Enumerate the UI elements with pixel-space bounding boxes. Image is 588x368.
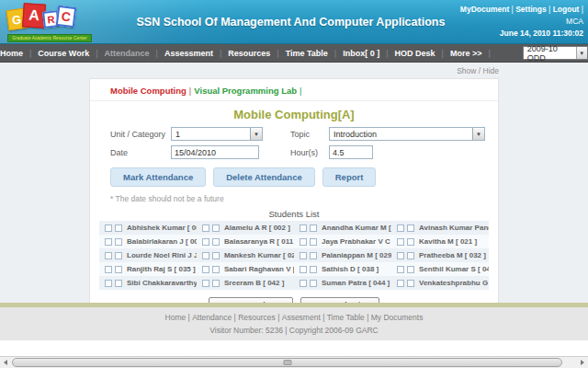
student-checkbox-2[interactable] (212, 266, 220, 273)
student-checkbox-1[interactable] (202, 224, 209, 232)
footer-link-attendance[interactable]: Attendance (192, 313, 238, 322)
student-checkbox-1[interactable] (397, 266, 404, 273)
student-name: Jaya Prabhakar V C [ 017 ] (322, 237, 391, 246)
subject-tabs: Mobile Computing|Visual Programming Lab| (90, 79, 498, 101)
right-arrow-icon (581, 360, 584, 365)
student-checkbox-2[interactable] (212, 238, 220, 246)
footer-link-resources[interactable]: Resources (238, 313, 282, 322)
student-name: Senthil Kumar S [ 040 ] (419, 265, 489, 273)
student-checkbox-2[interactable] (310, 252, 317, 259)
student-checkbox-2[interactable] (115, 252, 122, 259)
date-input[interactable] (171, 145, 259, 159)
student-checkbox-1[interactable] (300, 252, 307, 259)
student-checkbox-2[interactable] (212, 280, 220, 287)
student-checkbox-1[interactable] (397, 280, 404, 287)
student-name: Anandha Kumar M [ 004 ] (322, 224, 391, 232)
app-title: SSN School Of Management And Computer Ap… (94, 16, 460, 29)
chevron-down-icon: ▼ (250, 128, 262, 140)
student-checkbox-2[interactable] (407, 224, 414, 232)
footer-link-time-table[interactable]: Time Table (327, 313, 371, 322)
student-checkbox-2[interactable] (115, 238, 122, 246)
student-checkbox-1[interactable] (202, 266, 209, 273)
unit-category-value: 1 (175, 130, 180, 139)
nav-item-resources[interactable]: Resources (228, 49, 285, 58)
student-checkbox-1[interactable] (397, 224, 404, 232)
nav-item-more[interactable]: More >> (450, 49, 497, 58)
student-name: Ranjith Raj S [ 035 ] (127, 265, 196, 273)
student-checkbox-2[interactable] (310, 266, 317, 273)
student-checkbox-2[interactable] (310, 238, 317, 246)
show-hide-toggle[interactable]: Show / Hide (457, 66, 499, 75)
footer-link-home[interactable]: Home (165, 313, 193, 322)
nav-item-inbox[interactable]: Inbox[ 0 ] (343, 49, 394, 58)
nav-item-time-table[interactable]: Time Table (286, 49, 344, 58)
student-checkbox-2[interactable] (115, 224, 122, 232)
student-name: Suman Patra [ 044 ] (322, 279, 390, 287)
student-checkbox-2[interactable] (115, 280, 122, 287)
delete-attendance-button[interactable]: Delete Attendance (213, 167, 315, 187)
student-checkbox-1[interactable] (300, 266, 307, 273)
student-checkbox-1[interactable] (105, 238, 112, 246)
student-checkbox-1[interactable] (202, 280, 209, 287)
student-checkbox-1[interactable] (202, 238, 209, 246)
scrollbar-track[interactable] (11, 357, 577, 368)
student-item: Sathish D [ 038 ] (294, 265, 391, 273)
chevron-down-icon: ▼ (472, 128, 484, 140)
scrollbar-thumb[interactable] (12, 358, 562, 367)
student-checkbox-2[interactable] (212, 224, 220, 232)
students-row: Ranjith Raj S [ 035 ] Sabari Raghavan V … (99, 262, 489, 276)
subject-tab-mobile-computing[interactable]: Mobile Computing (110, 86, 187, 96)
student-checkbox-2[interactable] (407, 252, 414, 259)
nav-item-attendance[interactable]: Attendance (105, 49, 164, 58)
program-label: MCA (460, 16, 583, 28)
student-checkbox-1[interactable] (397, 252, 404, 259)
date-warning-note: * The date should not be a future (110, 194, 498, 203)
subject-tab-visual-programming-lab[interactable]: Visual Programming Lab (194, 86, 297, 96)
student-checkbox-1[interactable] (105, 280, 112, 287)
student-item: Suman Patra [ 044 ] (294, 279, 391, 287)
student-checkbox-1[interactable] (202, 252, 209, 259)
student-checkbox-2[interactable] (407, 238, 414, 246)
mydocument-link[interactable]: MyDocument (460, 5, 515, 14)
student-checkbox-1[interactable] (300, 238, 307, 246)
chevron-down-icon: ▼ (576, 47, 587, 59)
student-checkbox-2[interactable] (115, 266, 122, 273)
student-checkbox-1[interactable] (105, 224, 112, 232)
student-item: Alamelu A R [ 002 ] (197, 224, 294, 232)
report-button[interactable]: Report (322, 167, 377, 187)
student-checkbox-2[interactable] (407, 266, 414, 273)
scroll-left-arrow[interactable] (0, 357, 11, 368)
student-item: Sreeram B [ 042 ] (197, 279, 294, 287)
header-user-area: MyDocumentSettingsLogout MCA June 14, 20… (460, 4, 588, 40)
unit-category-select[interactable]: 1 ▼ (171, 127, 263, 141)
student-checkbox-2[interactable] (407, 280, 414, 287)
settings-link[interactable]: Settings (515, 5, 552, 14)
course-title: Mobile Computing[A] (90, 108, 498, 121)
garc-logo[interactable]: G A R C Graduate Academic Resource Cente… (0, 2, 94, 42)
topic-select[interactable]: Introduction ▼ (329, 127, 485, 141)
logout-link[interactable]: Logout (553, 5, 583, 14)
student-checkbox-1[interactable] (105, 266, 112, 273)
student-item: Palaniappan M [ 029 ] (294, 251, 391, 259)
student-item: Sabari Raghavan V [ 037 ] (197, 265, 294, 273)
students-row: Balabirlakaran J [ 008 ] Balasaranya R [… (99, 235, 489, 248)
mark-attendance-button[interactable]: Mark Attendance (110, 167, 206, 187)
student-checkbox-1[interactable] (300, 280, 307, 287)
student-name: Kavitha M [ 021 ] (419, 237, 477, 246)
nav-item-assessment[interactable]: Assessment (164, 49, 228, 58)
term-select[interactable]: 2009-10 ODD ▼ (523, 46, 588, 60)
student-checkbox-2[interactable] (310, 224, 317, 232)
student-name: Balasaranya R [ 011 ] (224, 237, 294, 246)
hours-input[interactable] (329, 145, 373, 159)
scroll-right-arrow[interactable] (577, 357, 588, 368)
student-checkbox-1[interactable] (397, 238, 404, 246)
student-checkbox-2[interactable] (310, 280, 317, 287)
student-checkbox-2[interactable] (212, 252, 220, 259)
student-checkbox-1[interactable] (300, 224, 307, 232)
footer-link-my-documents[interactable]: My Documents (371, 313, 424, 322)
footer-link-assesment[interactable]: Assesment (282, 313, 327, 322)
nav-item-course-work[interactable]: Course Work (38, 49, 104, 58)
student-checkbox-1[interactable] (105, 252, 112, 259)
nav-item-home[interactable]: Home (0, 49, 38, 58)
nav-item-hod-desk[interactable]: HOD Desk (395, 49, 450, 58)
